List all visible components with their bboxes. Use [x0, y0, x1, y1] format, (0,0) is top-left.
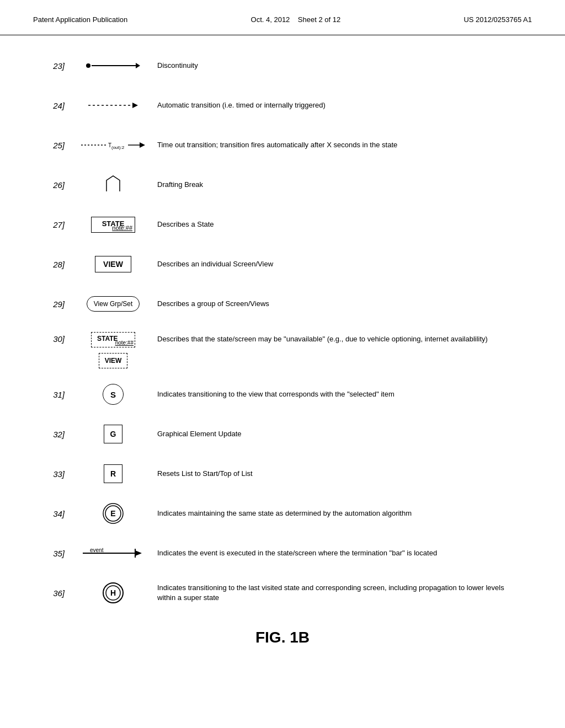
sym-27: STATE note:##	[69, 217, 157, 233]
svg-text:(out):2: (out):2	[111, 145, 125, 150]
desc-36: Indicates transitioning to the last visi…	[157, 583, 521, 603]
header-date: Oct. 4, 2012 Sheet 2 of 12	[251, 15, 341, 24]
sym-32: G	[69, 425, 157, 443]
viewgrp-symbol: View Grp/Set	[87, 296, 140, 312]
row-num-24: 24]	[44, 101, 69, 110]
row-num-36: 36]	[44, 588, 69, 598]
sym-24	[69, 100, 157, 111]
arrow-icon	[136, 63, 140, 68]
sym-35: event	[69, 547, 157, 560]
page-header: Patent Application Publication Oct. 4, 2…	[0, 0, 565, 35]
row-23: 23] Discontinuity	[44, 52, 521, 79]
svg-text:E: E	[110, 509, 115, 518]
row-32: 32] G Graphical Element Update	[44, 420, 521, 448]
row-36: 36] H Indicates transitioning to the las…	[44, 579, 521, 607]
circle-s-label: S	[110, 390, 116, 399]
sym-33: R	[69, 464, 157, 483]
sym-31: S	[69, 384, 157, 405]
desc-35: Indicates the event is executed in the s…	[157, 548, 521, 558]
desc-24: Automatic transition (i.e. timed or inte…	[157, 100, 521, 110]
desc-29: Describes a group of Screen/Views	[157, 299, 521, 309]
row-30: 30] STATE note:## VIEW Describes that th…	[44, 330, 521, 368]
view-label: VIEW	[103, 260, 123, 269]
row-31: 31] S Indicates transitioning to the vie…	[44, 381, 521, 408]
desc-28: Describes an individual Screen/View	[157, 259, 521, 269]
sym-28: VIEW	[69, 256, 157, 272]
drafting-break-symbol	[102, 174, 124, 196]
dot-icon	[86, 63, 90, 68]
row-num-27: 27]	[44, 220, 69, 229]
row-29: 29] View Grp/Set Describes a group of Sc…	[44, 290, 521, 318]
sym-29: View Grp/Set	[69, 296, 157, 312]
desc-32: Graphical Element Update	[157, 429, 521, 439]
circle-e-symbol: E	[101, 501, 125, 526]
sym-30: STATE note:## VIEW	[69, 330, 157, 368]
row-num-33: 33]	[44, 469, 69, 479]
header-publication: Patent Application Publication	[33, 15, 127, 24]
desc-26: Drafting Break	[157, 180, 521, 190]
desc-23: Discontinuity	[157, 61, 521, 71]
row-num-34: 34]	[44, 509, 69, 518]
row-27: 27] STATE note:## Describes a State	[44, 211, 521, 238]
svg-text:event: event	[90, 547, 104, 553]
dashed-view-label: VIEW	[105, 357, 122, 365]
row-num-25: 25]	[44, 141, 69, 150]
row-num-31: 31]	[44, 390, 69, 399]
row-num-29: 29]	[44, 299, 69, 309]
row-33: 33] R Resets List to Start/Top of List	[44, 460, 521, 488]
row-num-35: 35]	[44, 549, 69, 558]
figure-label: FIG. 1B	[44, 629, 521, 646]
svg-marker-6	[140, 142, 145, 148]
view-box-symbol: VIEW	[95, 256, 131, 272]
line-icon	[92, 65, 136, 66]
header-patent-number: US 2012/0253765 A1	[463, 15, 532, 24]
row-num-30: 30]	[44, 330, 69, 344]
square-g-label: G	[110, 430, 116, 438]
circle-s-symbol: S	[103, 384, 124, 405]
auto-transition-symbol	[86, 100, 141, 111]
row-26: 26] Drafting Break	[44, 171, 521, 199]
row-num-32: 32]	[44, 430, 69, 439]
svg-marker-15	[135, 550, 142, 556]
desc-25: Time out transition; transition fires au…	[157, 140, 521, 150]
desc-34: Indicates maintaining the same state as …	[157, 508, 521, 518]
main-content: 23] Discontinuity 24] Automatic transiti…	[0, 35, 565, 668]
desc-30: Describes that the state/screen may be "…	[157, 330, 521, 344]
dashed-state-note: note:##	[115, 340, 134, 346]
row-34: 34] E Indicates maintaining the same sta…	[44, 500, 521, 527]
state-note: note:##	[112, 224, 132, 231]
event-arrow-symbol: event	[80, 547, 146, 560]
svg-text:H: H	[110, 588, 116, 597]
dashed-view-symbol: VIEW	[99, 353, 128, 368]
row-24: 24] Automatic transition (i.e. timed or …	[44, 92, 521, 119]
viewgrp-label: View Grp/Set	[94, 300, 132, 308]
desc-27: Describes a State	[157, 220, 521, 229]
circle-h-symbol: H	[101, 581, 125, 605]
square-g-symbol: G	[104, 425, 122, 443]
timeout-symbol: T (out):2	[80, 140, 146, 151]
dashed-state-symbol: STATE note:##	[91, 332, 135, 347]
row-num-28: 28]	[44, 260, 69, 269]
sym-34: E	[69, 501, 157, 526]
desc-31: Indicates transitioning to the view that…	[157, 389, 521, 399]
sym-26	[69, 174, 157, 196]
sym-36: H	[69, 581, 157, 605]
row-num-26: 26]	[44, 180, 69, 190]
sym-25: T (out):2	[69, 140, 157, 151]
row-num-23: 23]	[44, 61, 69, 71]
row-35: 35] event Indicates the event is execute…	[44, 539, 521, 567]
square-r-symbol: R	[104, 464, 122, 483]
row-28: 28] VIEW Describes an individual Screen/…	[44, 250, 521, 278]
sym-23	[69, 63, 157, 68]
state-box-symbol: STATE note:##	[91, 217, 135, 233]
discontinuity-symbol	[86, 63, 140, 68]
square-r-label: R	[110, 469, 116, 478]
row-25: 25] T (out):2 Time out transition; trans…	[44, 131, 521, 159]
desc-33: Resets List to Start/Top of List	[157, 469, 521, 479]
svg-marker-1	[132, 103, 138, 108]
